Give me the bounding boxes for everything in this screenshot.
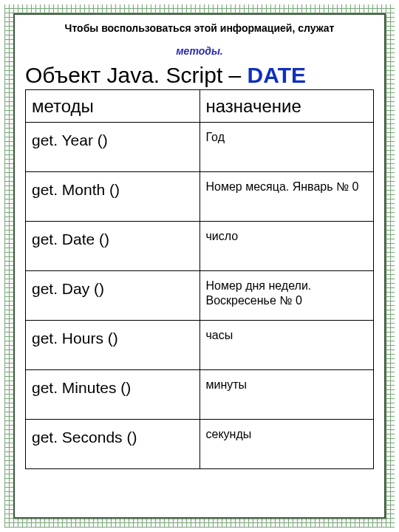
desc-cell: Год [200,123,374,172]
method-cell: get. Hours () [26,321,200,370]
desc-cell: Номер дня недели. Воскресенье № 0 [200,271,374,321]
table-row: get. Minutes () минуты [26,370,374,420]
title-prefix: Объект Java. Script – [25,63,248,87]
table-row: get. Day () Номер дня недели. Воскресень… [26,271,374,321]
page-outer: Чтобы воспользоваться этой информацией, … [0,0,399,532]
desc-cell: число [200,222,374,271]
page-title: Объект Java. Script – DATE [25,64,374,87]
table-row: get. Date () число [26,222,374,271]
lead-emphasis: методы. [25,45,374,58]
lead-text: Чтобы воспользоваться этой информацией, … [25,22,374,58]
methods-table: методы назначение get. Year () Год get. … [25,89,374,469]
method-cell: get. Month () [26,172,200,222]
table-row: get. Seconds () секунды [26,420,374,469]
table-row: get. Year () Год [26,123,374,172]
table-row: get. Hours () часы [26,321,374,370]
method-cell: get. Seconds () [26,420,200,469]
desc-cell: секунды [200,420,374,469]
method-cell: get. Minutes () [26,370,200,420]
hatch-border: Чтобы воспользоваться этой информацией, … [4,4,395,528]
desc-cell: Номер месяца. Январь № 0 [200,172,374,222]
method-cell: get. Day () [26,271,200,321]
header-methods: методы [26,90,200,123]
paper: Чтобы воспользоваться этой информацией, … [13,13,386,519]
table-row: get. Month () Номер месяца. Январь № 0 [26,172,374,222]
desc-cell: часы [200,321,374,370]
table-header-row: методы назначение [26,90,374,123]
header-purpose: назначение [200,90,374,123]
method-cell: get. Year () [26,123,200,172]
desc-cell: минуты [200,370,374,420]
lead-line: Чтобы воспользоваться этой информацией, … [65,22,335,34]
method-cell: get. Date () [26,222,200,271]
title-date: DATE [248,63,306,87]
